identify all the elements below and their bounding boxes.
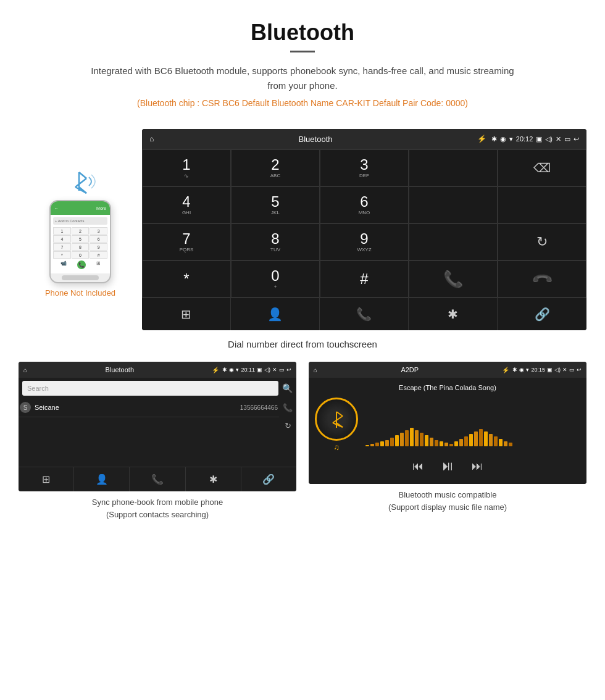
- svg-line-2: [75, 178, 86, 187]
- bottom-contacts-icon[interactable]: 👤: [231, 298, 320, 330]
- music-prev-button[interactable]: ⏮: [412, 460, 424, 473]
- visualizer-bar: [365, 445, 369, 446]
- bluetooth-waves-icon: [62, 166, 99, 197]
- visualizer-bar: [469, 434, 473, 446]
- dial-key-5[interactable]: 5 JKL: [231, 186, 320, 223]
- phone-top-bar: ← More: [51, 201, 110, 215]
- contacts-statusbar: ⌂ Bluetooth ⚡ ✱ ◉ ▾ 20:11 ▣ ◁) ✕ ▭ ↩: [19, 362, 296, 378]
- music-playpause-button[interactable]: ⏯: [441, 458, 454, 474]
- music-next-button[interactable]: ⏭: [472, 460, 483, 473]
- dial-key-2[interactable]: 2 ABC: [231, 149, 320, 186]
- visualizer-bar: [464, 436, 468, 446]
- dial-call-green-button[interactable]: 📞: [409, 260, 498, 298]
- contacts-sidebar-icons: 📞 ↻: [279, 398, 296, 467]
- visualizer-bar: [499, 439, 503, 446]
- dial-backspace-button[interactable]: ⌫: [498, 149, 586, 186]
- contacts-vol-icon: ◁): [264, 367, 270, 373]
- contact-row[interactable]: S Seicane 13566664466: [19, 398, 279, 417]
- contacts-time: 20:11: [241, 367, 255, 373]
- contacts-bottom-phone[interactable]: 📞: [130, 467, 185, 491]
- dial-empty-2: [498, 186, 586, 223]
- phone-key-9: 9: [90, 243, 107, 251]
- bottom-link-icon[interactable]: 🔗: [498, 298, 586, 330]
- back-icon[interactable]: ↩: [574, 135, 579, 143]
- bluetooth-specs: (Bluetooth chip : CSR BC6 Default Blueto…: [25, 98, 580, 108]
- bottom-screens: ⌂ Bluetooth ⚡ ✱ ◉ ▾ 20:11 ▣ ◁) ✕ ▭ ↩: [0, 362, 605, 520]
- visualizer-bar: [435, 440, 438, 446]
- main-caption: Dial number direct from touchscreen: [0, 339, 605, 349]
- dial-key-star[interactable]: *: [142, 260, 231, 298]
- visualizer-bar: [504, 441, 507, 446]
- bluetooth-icon: ✱: [491, 135, 497, 143]
- contacts-x-icon[interactable]: ✕: [272, 367, 277, 373]
- music-song-title: Escape (The Pina Colada Song): [315, 384, 580, 391]
- dial-key-7[interactable]: 7 PQRS: [142, 223, 231, 260]
- visualizer-bar: [430, 438, 433, 446]
- sidebar-phone-icon[interactable]: 📞: [283, 403, 293, 412]
- music-android-screen: ⌂ A2DP ⚡ ✱ ◉ ▾ 20:15 ▣ ◁) ✕ ▭ ↩ Escape (…: [309, 362, 586, 484]
- contacts-win-icon: ▭: [279, 367, 285, 373]
- phone-home-button: [62, 275, 99, 280]
- dial-key-8[interactable]: 8 TUV: [231, 223, 320, 260]
- visualizer-bar: [459, 439, 463, 446]
- visualizer-bar: [479, 429, 483, 446]
- phone-mockup: ← More + Add to Contacts 1 2 3 4 5 6 7 8…: [49, 200, 111, 283]
- dial-key-3[interactable]: 3 DEF: [320, 149, 409, 186]
- home-icon[interactable]: ⌂: [149, 135, 154, 143]
- phone-key-3: 3: [90, 227, 107, 235]
- android-dialpad-screen: ⌂ Bluetooth ⚡ ✱ ◉ ▾ 20:12 ▣ ◁) ✕ ▭ ↩ 1 ∿: [142, 129, 586, 330]
- bottom-phone-icon[interactable]: 📞: [320, 298, 409, 330]
- location-icon: ◉: [500, 135, 506, 143]
- wifi-icon: ▾: [509, 135, 513, 143]
- visualizer-bar: [444, 443, 448, 446]
- phone-screen: + Add to Contacts 1 2 3 4 5 6 7 8 9 * 0 …: [51, 215, 110, 273]
- bottom-bluetooth-icon[interactable]: ✱: [409, 298, 498, 330]
- visualizer-bar: [410, 428, 414, 446]
- dial-key-6[interactable]: 6 MNO: [320, 186, 409, 223]
- phone-call-button: 📞: [77, 260, 86, 269]
- contacts-bottom-person[interactable]: 👤: [74, 467, 130, 491]
- contact-initial: S: [20, 402, 31, 413]
- contacts-bottom-link[interactable]: 🔗: [241, 467, 296, 491]
- dial-empty-3: [409, 223, 498, 260]
- contacts-bottom-bar: ⊞ 👤 📞 ✱ 🔗: [19, 467, 296, 491]
- phone-key-1: 1: [53, 227, 71, 235]
- contacts-empty-space: [19, 417, 279, 467]
- dial-key-0[interactable]: 0 +: [231, 260, 320, 298]
- phone-key-4: 4: [53, 235, 71, 243]
- dial-key-4[interactable]: 4 GHI: [142, 186, 231, 223]
- contacts-search-icon[interactable]: 🔍: [282, 383, 293, 393]
- close-icon[interactable]: ✕: [556, 135, 561, 143]
- music-bt-icon: ✱: [512, 367, 517, 373]
- music-back-icon[interactable]: ↩: [577, 367, 582, 373]
- phone-key-hash: #: [90, 251, 107, 259]
- dial-key-9[interactable]: 9 WXYZ: [320, 223, 409, 260]
- music-home-icon[interactable]: ⌂: [314, 367, 317, 373]
- volume-icon: ◁): [545, 135, 553, 143]
- music-album-art: [315, 398, 358, 441]
- visualizer-bar: [370, 444, 374, 446]
- dial-key-1[interactable]: 1 ∿: [142, 149, 231, 186]
- phone-key-2: 2: [72, 227, 90, 235]
- contacts-home-icon[interactable]: ⌂: [23, 367, 27, 373]
- music-album-area: ♫: [315, 398, 580, 452]
- dial-key-hash[interactable]: #: [320, 260, 409, 298]
- phone-key-7: 7: [53, 243, 71, 251]
- contacts-search-bar[interactable]: Search: [22, 381, 278, 396]
- phone-key-0: 0: [72, 251, 90, 259]
- dial-call-red-button[interactable]: 📞: [498, 260, 586, 298]
- music-statusbar: ⌂ A2DP ⚡ ✱ ◉ ▾ 20:15 ▣ ◁) ✕ ▭ ↩: [309, 362, 586, 378]
- contacts-bottom-bt[interactable]: ✱: [186, 467, 241, 491]
- visualizer-bar: [474, 431, 478, 446]
- page-title: Bluetooth: [25, 20, 580, 46]
- music-visualizer: [363, 403, 580, 446]
- contacts-bt-icon: ✱: [222, 367, 227, 373]
- music-cam-icon: ▣: [547, 367, 553, 373]
- sidebar-refresh-icon[interactable]: ↻: [285, 421, 291, 430]
- bottom-grid-icon[interactable]: ⊞: [142, 298, 231, 330]
- dialpad-grid: 1 ∿ 2 ABC 3 DEF ⌫ 4 GHI 5 JKL: [142, 149, 586, 298]
- contacts-bottom-grid[interactable]: ⊞: [19, 467, 74, 491]
- music-x-icon[interactable]: ✕: [562, 367, 567, 373]
- dial-refresh-button[interactable]: ↻: [498, 223, 586, 260]
- contacts-back-icon[interactable]: ↩: [286, 367, 291, 373]
